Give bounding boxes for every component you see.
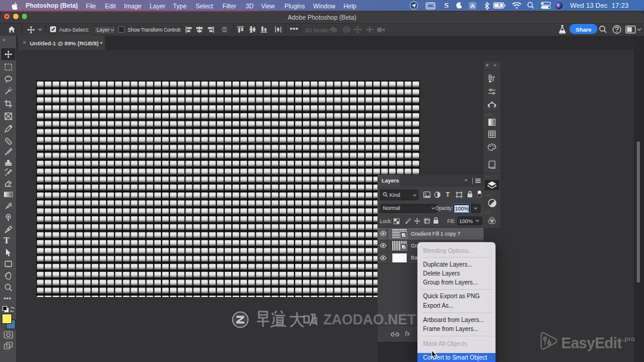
svg-text:A: A (470, 2, 475, 9)
